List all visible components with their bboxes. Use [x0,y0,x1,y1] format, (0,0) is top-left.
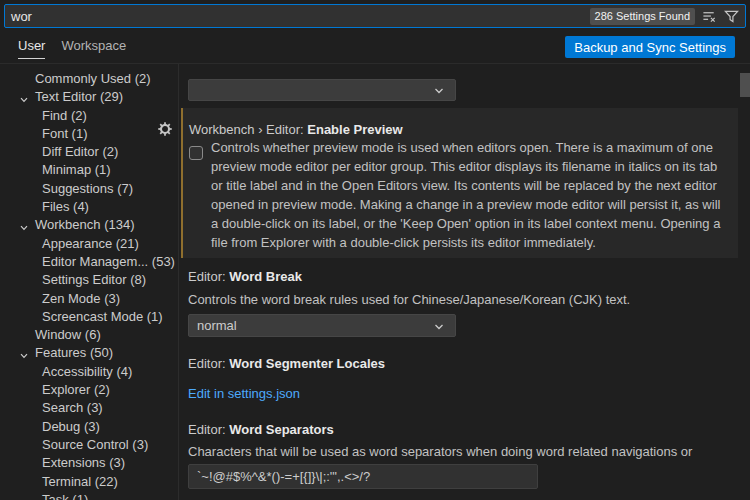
sidebar-item-label: Accessibility (4) [42,364,132,379]
sidebar-item-features[interactable]: Features (50) [0,344,178,362]
sidebar-item-label: Font (1) [42,126,88,141]
sidebar-item-label: Commonly Used (2) [35,71,151,86]
setting-name: Enable Preview [307,122,402,137]
sidebar-item-commonly-used[interactable]: Commonly Used (2) [0,70,178,88]
clear-search-results-icon[interactable] [702,9,717,24]
sidebar-item-minimap[interactable]: Minimap (1) [0,161,178,179]
sidebar-item-label: Settings Editor (8) [42,272,146,287]
sidebar-item-label: Find (2) [42,108,87,123]
setting-name: Word Separators [229,422,334,437]
sidebar-item-font[interactable]: Font (1) [0,125,178,143]
settings-count-badge: 286 Settings Found [590,8,695,25]
tab-user[interactable]: User [18,38,45,59]
sidebar-item-zen-mode[interactable]: Zen Mode (3) [0,290,178,308]
sidebar-item-find[interactable]: Find (2) [0,107,178,125]
enable-preview-checkbox[interactable] [189,146,203,160]
sidebar-item-label: Zen Mode (3) [42,291,120,306]
sidebar-item-terminal[interactable]: Terminal (22) [0,473,178,491]
settings-header: wor 286 Settings Found User Workspace [0,0,750,64]
setting-description: Controls the word break rules used for C… [188,290,728,309]
sidebar-item-window[interactable]: Window (6) [0,326,178,344]
sidebar-item-extensions[interactable]: Extensions (3) [0,454,178,472]
search-input[interactable]: wor [11,9,32,24]
setting-title: Editor: Word Break [188,269,302,284]
sidebar-item-task[interactable]: Task (1) [0,491,178,500]
sidebar-item-label: Explorer (2) [42,382,110,397]
settings-list: Workbench › Editor: Enable Preview Contr… [180,64,750,500]
sidebar-item-label: Diff Editor (2) [42,144,118,159]
setting-title: Editor: Word Separators [188,422,334,437]
setting-description: Controls whether preview mode is used wh… [211,138,727,252]
setting-title: Editor: Word Segmenter Locales [188,356,385,371]
sidebar-item-label: Text Editor (29) [35,89,123,104]
setting-row-enable-preview[interactable]: Workbench › Editor: Enable Preview Contr… [181,108,738,258]
sidebar-item-diff-editor[interactable]: Diff Editor (2) [0,143,178,161]
sidebar-item-explorer[interactable]: Explorer (2) [0,381,178,399]
scrollbar-thumb[interactable] [740,73,750,97]
sidebar-item-label: Appearance (21) [42,236,139,251]
chevron-down-icon [433,85,445,100]
settings-toc: Commonly Used (2) Text Editor (29) Find … [0,64,179,500]
sidebar-item-files[interactable]: Files (4) [0,198,178,216]
sidebar-item-label: Features (50) [35,345,113,360]
word-break-dropdown[interactable]: normal [188,314,456,337]
sidebar-item-suggestions[interactable]: Suggestions (7) [0,180,178,198]
edit-in-settings-json-link[interactable]: Edit in settings.json [188,386,300,401]
tab-workspace[interactable]: Workspace [61,38,126,59]
sidebar-item-label: Suggestions (7) [42,181,133,196]
dropdown-value: normal [197,318,237,333]
chevron-down-icon [433,321,445,336]
setting-category: Editor: [188,356,229,371]
sidebar-item-label: Workbench (134) [35,217,134,232]
sidebar-item-label: Screencast Mode (1) [42,309,163,324]
setting-category: Workbench › Editor: [189,122,307,137]
scope-tabs: User Workspace [18,38,126,59]
sidebar-item-text-editor[interactable]: Text Editor (29) [0,88,178,106]
sidebar-item-label: Window (6) [35,327,101,342]
sidebar-item-label: Source Control (3) [42,437,148,452]
sidebar-item-label: Debug (3) [42,419,100,434]
setting-category: Editor: [188,269,229,284]
setting-category: Editor: [188,422,229,437]
settings-editor: wor 286 Settings Found User Workspace [0,0,750,500]
sidebar-item-label: Search (3) [42,400,103,415]
sidebar-item-debug[interactable]: Debug (3) [0,418,178,436]
word-separators-input[interactable] [188,464,538,489]
setting-name: Word Segmenter Locales [229,356,385,371]
backup-sync-settings-button[interactable]: Backup and Sync Settings [565,36,735,58]
sidebar-item-editor-management[interactable]: Editor Managem... (53) [0,253,178,271]
sidebar-item-appearance[interactable]: Appearance (21) [0,235,178,253]
sidebar-item-label: Minimap (1) [42,162,111,177]
sidebar-item-workbench[interactable]: Workbench (134) [0,216,178,234]
sidebar-item-source-control[interactable]: Source Control (3) [0,436,178,454]
setting-name: Word Break [229,269,302,284]
sidebar-item-label: Terminal (22) [42,474,118,489]
gear-icon[interactable] [158,122,172,139]
sidebar-item-label: Task (1) [42,492,88,500]
sidebar-item-label: Editor Managem... (53) [42,254,175,269]
settings-search-box[interactable]: wor 286 Settings Found [4,4,746,28]
setting-title: Workbench › Editor: Enable Preview [189,122,403,137]
sidebar-item-label: Files (4) [42,199,89,214]
sidebar-item-label: Extensions (3) [42,455,125,470]
sidebar-item-accessibility[interactable]: Accessibility (4) [0,363,178,381]
filter-icon[interactable] [724,9,739,24]
sidebar-item-settings-editor[interactable]: Settings Editor (8) [0,271,178,289]
sidebar-item-screencast-mode[interactable]: Screencast Mode (1) [0,308,178,326]
top-setting-dropdown[interactable] [188,79,456,101]
sidebar-item-search[interactable]: Search (3) [0,399,178,417]
